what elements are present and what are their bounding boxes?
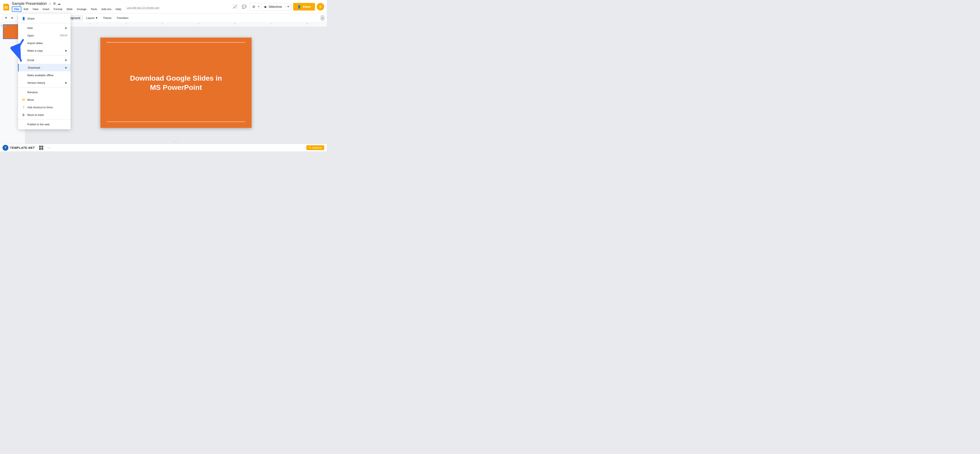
download-menu-label: Download <box>28 66 65 69</box>
share-menu-label: Share <box>27 17 67 20</box>
menu-divider-2 <box>18 55 70 56</box>
menu-divider-4 <box>18 119 70 120</box>
add-slide-button[interactable]: + ▼ <box>3 14 15 21</box>
menu-item-offline[interactable]: Make available offline <box>18 71 70 79</box>
download-menu-arrow: ▶ <box>65 66 67 69</box>
cloud-icon[interactable]: ☁ <box>57 2 61 6</box>
link-indicator-icon: 🔗 <box>4 25 6 27</box>
template-name-label: TEMPLATE.NET <box>10 146 35 149</box>
offline-menu-icon <box>21 73 25 77</box>
copy-menu-label: Make a copy <box>27 49 65 52</box>
menu-item-move[interactable]: 📁 Move <box>18 96 70 103</box>
slideshow-dropdown-arrow[interactable]: ▼ <box>285 3 291 10</box>
explore-button[interactable]: ✦ Explore <box>306 145 324 150</box>
document-title[interactable]: Sample Presentation <box>12 2 47 6</box>
file-menu-dropdown: 👤 Share New ▶ Open Ctrl+O Import slides … <box>18 13 70 129</box>
menu-item-share[interactable]: 👤 Share <box>18 15 70 22</box>
template-icon: T <box>3 145 8 151</box>
share-label: Share <box>302 5 311 8</box>
add-slide-arrow[interactable]: ▼ <box>10 16 15 21</box>
offline-menu-label: Make available offline <box>27 74 67 77</box>
email-menu-label: Email <box>27 59 65 62</box>
add-to-presentation-icon[interactable]: ⊕ <box>250 3 258 11</box>
slide-canvas[interactable]: Download Google Slides in MS PowerPoint <box>100 38 251 128</box>
slideshow-label: Slideshow <box>269 5 282 8</box>
menu-item-version-history[interactable]: Version history ▶ <box>18 79 70 86</box>
menu-help[interactable]: Help <box>113 6 123 12</box>
add-to-presentation-arrow[interactable]: ▼ <box>258 5 259 8</box>
menu-item-add-shortcut[interactable]: ⤴ Add shortcut to Drive <box>18 103 70 111</box>
download-menu-icon <box>22 65 26 70</box>
share-icon: 👤 <box>298 5 301 8</box>
star-icon[interactable]: ☆ <box>49 2 51 6</box>
menu-item-import-slides[interactable]: Import slides <box>18 39 70 47</box>
top-right: 📈 💬 ⊕ ▼ ▶ Slideshow ▼ 👤 Share S <box>231 3 324 11</box>
menu-tools[interactable]: Tools <box>89 6 99 12</box>
publish-menu-icon <box>21 122 25 126</box>
comments-icon[interactable]: 💬 <box>240 3 248 11</box>
menu-file[interactable]: File <box>12 6 21 12</box>
menu-item-new[interactable]: New ▶ <box>18 24 70 32</box>
menu-arrange[interactable]: Arrange <box>75 6 88 12</box>
add-slide-main[interactable]: + <box>3 15 10 21</box>
slide-main-text: Download Google Slides in MS PowerPoint <box>126 73 226 92</box>
theme-button[interactable]: Theme <box>101 16 113 21</box>
open-menu-icon <box>21 33 25 38</box>
import-menu-icon <box>21 41 25 45</box>
email-menu-arrow: ▶ <box>65 59 67 62</box>
version-menu-icon <box>21 81 25 85</box>
slide-decoration-top <box>107 42 245 43</box>
layout-arrow: ▼ <box>95 16 98 19</box>
menu-item-open[interactable]: Open Ctrl+O <box>18 32 70 39</box>
slideshow-icon-area[interactable]: ▶ Slideshow <box>262 3 285 10</box>
menu-slide[interactable]: Slide <box>64 6 75 12</box>
menu-item-download[interactable]: Download ▶ <box>18 64 70 71</box>
shortcut-menu-icon: ⤴ <box>21 105 25 110</box>
rename-menu-icon <box>21 90 25 94</box>
trash-menu-label: Move to trash <box>27 113 67 116</box>
layout-button[interactable]: Layout ▼ <box>84 16 100 21</box>
new-menu-icon <box>21 26 25 30</box>
menu-item-make-copy[interactable]: Make a copy ▶ <box>18 47 70 54</box>
menu-format[interactable]: Format <box>51 6 64 12</box>
menu-view[interactable]: View <box>30 6 41 12</box>
svg-rect-3 <box>5 8 8 8</box>
transition-button[interactable]: Transition <box>115 16 130 21</box>
user-avatar[interactable]: S <box>317 3 324 11</box>
menu-edit[interactable]: Edit <box>21 6 30 12</box>
grid-view-button[interactable] <box>38 145 44 151</box>
grid-icon <box>39 146 43 150</box>
activity-icon[interactable]: 📈 <box>231 3 239 11</box>
move-menu-label: Move <box>27 98 67 102</box>
title-area: Sample Presentation ☆ 🖥 ☁ File Edit View… <box>12 2 231 12</box>
template-logo: T TEMPLATE.NET <box>3 145 35 151</box>
bottom-bar: T TEMPLATE.NET ⋯ ✦ Explore <box>0 144 327 151</box>
menu-item-publish[interactable]: Publish to the web <box>18 121 70 128</box>
slide-dash-decoration <box>107 42 110 43</box>
menu-item-email[interactable]: Email ▶ <box>18 56 70 64</box>
share-button[interactable]: 👤 Share <box>293 3 315 11</box>
explore-label: Explore <box>312 146 322 149</box>
shortcut-menu-label: Add shortcut to Drive <box>27 106 67 109</box>
menu-bar: File Edit View Insert Format Slide Arran… <box>12 6 231 12</box>
menu-item-trash[interactable]: 🗑 Move to trash <box>18 111 70 119</box>
app-icon <box>3 3 10 11</box>
computer-icon[interactable]: 🖥 <box>53 2 56 5</box>
svg-rect-2 <box>5 7 7 8</box>
layout-label: Layout <box>86 16 94 19</box>
svg-rect-1 <box>5 6 8 7</box>
copy-menu-icon <box>21 49 25 53</box>
title-icons: ☆ 🖥 ☁ <box>49 2 61 6</box>
collapse-toolbar-button[interactable]: ∧ <box>321 16 324 21</box>
list-view-button[interactable]: ⋯ <box>46 145 52 151</box>
slideshow-icon: ▶ <box>264 5 267 8</box>
menu-insert[interactable]: Insert <box>41 6 52 12</box>
menu-addons[interactable]: Add-ons <box>99 6 113 12</box>
copy-menu-arrow: ▶ <box>65 49 67 52</box>
menu-item-rename[interactable]: Rename <box>18 88 70 96</box>
rename-menu-label: Rename <box>27 90 67 94</box>
top-bar: Sample Presentation ☆ 🖥 ☁ File Edit View… <box>0 0 327 13</box>
trash-menu-icon: 🗑 <box>21 113 25 117</box>
move-menu-icon: 📁 <box>21 98 25 102</box>
explore-icon: ✦ <box>309 146 311 149</box>
